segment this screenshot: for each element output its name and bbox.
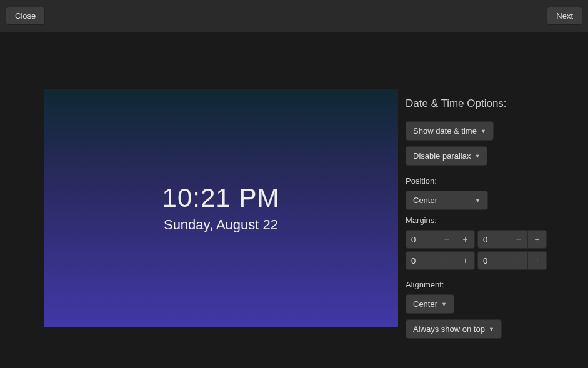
position-label: Position: bbox=[406, 176, 547, 186]
margin-bottom-plus-button[interactable]: + bbox=[456, 252, 474, 269]
margin-left-stepper: 0 − + bbox=[477, 251, 547, 270]
margin-top-stepper: 0 − + bbox=[406, 230, 475, 249]
margins-row-1: 0 − + 0 − + bbox=[406, 230, 547, 249]
margins-label: Margins: bbox=[406, 216, 547, 225]
margin-top-minus-button[interactable]: − bbox=[437, 231, 456, 248]
margin-left-value[interactable]: 0 bbox=[478, 252, 509, 269]
chevron-down-icon: ▼ bbox=[481, 128, 486, 134]
zorder-dropdown[interactable]: Always show on top ▼ bbox=[406, 319, 502, 339]
date-display: Sunday, August 22 bbox=[164, 217, 278, 233]
zorder-label: Always show on top bbox=[413, 324, 485, 334]
margin-right-value[interactable]: 0 bbox=[478, 231, 509, 248]
options-panel: Date & Time Options: Show date & time ▼ … bbox=[406, 89, 547, 344]
margin-bottom-minus-button[interactable]: − bbox=[437, 252, 456, 269]
chevron-down-icon: ▼ bbox=[475, 197, 481, 204]
position-select[interactable]: Center ▼ bbox=[406, 191, 488, 210]
next-button[interactable]: Next bbox=[547, 7, 582, 25]
show-datetime-label: Show date & time bbox=[413, 126, 477, 136]
margin-left-plus-button[interactable]: + bbox=[527, 252, 546, 269]
time-display: 10:21 PM bbox=[162, 183, 280, 213]
margin-left-minus-button[interactable]: − bbox=[509, 252, 527, 269]
position-value: Center bbox=[413, 196, 437, 205]
chevron-down-icon: ▼ bbox=[441, 301, 447, 307]
options-title: Date & Time Options: bbox=[406, 97, 547, 110]
chevron-down-icon: ▼ bbox=[475, 153, 481, 159]
close-button[interactable]: Close bbox=[6, 7, 45, 25]
alignment-dropdown[interactable]: Center ▼ bbox=[406, 294, 454, 314]
header-bar: Close Next bbox=[0, 0, 588, 32]
margins-row-2: 0 − + 0 − + bbox=[406, 251, 547, 270]
alignment-label: Alignment: bbox=[406, 280, 547, 289]
parallax-label: Disable parallax bbox=[413, 151, 471, 161]
show-datetime-dropdown[interactable]: Show date & time ▼ bbox=[406, 121, 494, 141]
margin-right-plus-button[interactable]: + bbox=[527, 231, 546, 248]
margin-top-plus-button[interactable]: + bbox=[456, 231, 474, 248]
margin-top-value[interactable]: 0 bbox=[406, 231, 437, 248]
alignment-value: Center bbox=[413, 299, 437, 309]
preview-panel: 10:21 PM Sunday, August 22 bbox=[44, 89, 398, 327]
margin-bottom-value[interactable]: 0 bbox=[406, 252, 437, 269]
chevron-down-icon: ▼ bbox=[489, 326, 494, 332]
main-content: 10:21 PM Sunday, August 22 Date & Time O… bbox=[0, 32, 588, 344]
margin-right-minus-button[interactable]: − bbox=[509, 231, 527, 248]
margin-right-stepper: 0 − + bbox=[477, 230, 547, 249]
parallax-dropdown[interactable]: Disable parallax ▼ bbox=[406, 146, 487, 166]
margin-bottom-stepper: 0 − + bbox=[406, 251, 475, 270]
